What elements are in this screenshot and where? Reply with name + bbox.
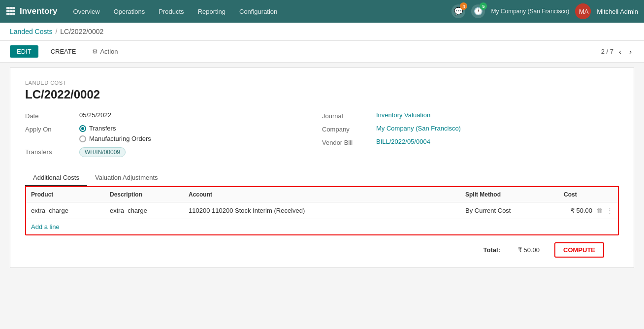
col-header-account: Account xyxy=(184,187,460,202)
pagination: 2 / 7 ‹ › xyxy=(601,46,634,57)
compute-button[interactable]: COMPUTE xyxy=(554,242,604,258)
breadcrumb-parent[interactable]: Landed Costs xyxy=(10,28,52,35)
nav-item-configuration[interactable]: Configuration xyxy=(232,0,284,23)
next-page-button[interactable]: › xyxy=(627,46,634,57)
top-navigation: Inventory Overview Operations Products R… xyxy=(0,0,644,23)
add-line-button[interactable]: Add a line xyxy=(26,219,618,234)
edit-button[interactable]: EDIT xyxy=(10,45,38,58)
manufacturing-radio-label: Manufacturing Orders xyxy=(89,135,151,142)
col-header-split-method: Split Method xyxy=(460,187,559,202)
vendor-bill-row: Vendor Bill BILL/2022/05/0004 xyxy=(322,138,619,146)
svg-rect-4 xyxy=(9,10,12,12)
transfers-chip[interactable]: WH/IN/00009 xyxy=(79,147,126,157)
col-header-product: Product xyxy=(26,187,105,202)
cell-cost: ₹ 50.00 🗑 ⋮ xyxy=(559,202,618,219)
transfers-label: Transfers xyxy=(25,147,79,156)
form-grid: Date 05/25/2022 Apply On Transfers Manuf… xyxy=(25,111,619,162)
delete-row-icon[interactable]: 🗑 xyxy=(596,207,603,214)
pagination-text: 2 / 7 xyxy=(601,48,613,55)
col-header-description: Description xyxy=(105,187,184,202)
form-right: Journal Inventory Valuation Company My C… xyxy=(322,111,619,162)
vendor-bill-label: Vendor Bill xyxy=(322,138,376,146)
gear-icon: ⚙ xyxy=(92,48,98,55)
total-label: Total: xyxy=(483,246,500,254)
cell-description: extra_charge xyxy=(105,202,184,219)
nav-item-reporting[interactable]: Reporting xyxy=(191,0,232,23)
manufacturing-radio[interactable]: Manufacturing Orders xyxy=(79,135,151,142)
tab-valuation-adjustments[interactable]: Valuation Adjustments xyxy=(87,170,166,186)
table-header-row: Product Description Account Split Method… xyxy=(26,187,618,202)
avatar[interactable]: MA xyxy=(575,3,591,19)
additional-costs-table: Product Description Account Split Method… xyxy=(26,187,618,219)
table-row: extra_charge extra_charge 110200 110200 … xyxy=(26,202,618,219)
svg-rect-2 xyxy=(12,7,15,9)
main-content: Landed Cost LC/2022/0002 Date 05/25/2022… xyxy=(0,67,644,329)
company-value[interactable]: My Company (San Francisco) xyxy=(376,125,461,132)
messages-count: 4 xyxy=(460,2,467,10)
svg-rect-3 xyxy=(6,10,9,12)
nav-menu: Overview Operations Products Reporting C… xyxy=(66,0,452,23)
breadcrumb: Landed Costs / LC/2022/0002 xyxy=(0,23,644,41)
apply-on-row: Apply On Transfers Manufacturing Orders xyxy=(25,125,322,142)
messages-badge[interactable]: 💬 4 xyxy=(451,4,465,18)
cell-account[interactable]: 110200 110200 Stock Interim (Received) xyxy=(184,202,460,219)
nav-item-overview[interactable]: Overview xyxy=(66,0,107,23)
username: Mitchell Admin xyxy=(597,8,638,15)
tab-additional-costs[interactable]: Additional Costs xyxy=(25,170,87,186)
company-row: Company My Company (San Francisco) xyxy=(322,125,619,133)
apply-on-options: Transfers Manufacturing Orders xyxy=(79,125,151,142)
transfers-radio-label: Transfers xyxy=(89,125,116,132)
form-card: Landed Cost LC/2022/0002 Date 05/25/2022… xyxy=(10,67,634,268)
journal-value[interactable]: Inventory Valuation xyxy=(376,111,430,119)
svg-text:MA: MA xyxy=(579,8,589,15)
cost-value: ₹ 50.00 xyxy=(571,207,592,214)
row-menu-icon[interactable]: ⋮ xyxy=(607,207,613,214)
action-button[interactable]: ⚙ Action xyxy=(88,45,122,58)
manufacturing-radio-dot xyxy=(79,135,86,142)
grid-icon[interactable] xyxy=(6,6,15,17)
record-id-title: LC/2022/0002 xyxy=(25,88,619,101)
svg-rect-5 xyxy=(12,10,15,12)
apply-on-label: Apply On xyxy=(25,125,79,133)
transfers-radio-dot xyxy=(79,125,86,132)
prev-page-button[interactable]: ‹ xyxy=(616,46,624,57)
date-row: Date 05/25/2022 xyxy=(25,111,322,120)
nav-brand[interactable]: Inventory xyxy=(20,6,58,16)
svg-rect-8 xyxy=(12,13,15,15)
total-value: ₹ 50.00 xyxy=(505,246,540,254)
nav-item-operations[interactable]: Operations xyxy=(107,0,152,23)
breadcrumb-separator: / xyxy=(55,28,57,35)
cell-product: extra_charge xyxy=(26,202,105,219)
create-button[interactable]: CREATE xyxy=(43,45,84,58)
journal-row: Journal Inventory Valuation xyxy=(322,111,619,120)
journal-label: Journal xyxy=(322,111,376,120)
transfers-row: Transfers WH/IN/00009 xyxy=(25,147,322,157)
nav-right: 💬 4 🕐 5 My Company (San Francisco) MA Mi… xyxy=(451,3,638,19)
activity-count: 5 xyxy=(480,2,487,10)
cell-split-method: By Current Cost xyxy=(460,202,559,219)
tabs-bar: Additional Costs Valuation Adjustments xyxy=(25,170,619,186)
total-line: Total: ₹ 50.00 xyxy=(483,246,540,254)
date-value: 05/25/2022 xyxy=(79,111,111,119)
date-label: Date xyxy=(25,111,79,120)
record-type-label: Landed Cost xyxy=(25,80,619,86)
svg-rect-6 xyxy=(6,13,9,15)
transfers-radio[interactable]: Transfers xyxy=(79,125,151,132)
action-label: Action xyxy=(100,48,118,55)
company-label: Company xyxy=(322,125,376,133)
nav-item-products[interactable]: Products xyxy=(152,0,191,23)
bottom-bar: Total: ₹ 50.00 COMPUTE xyxy=(25,235,619,258)
form-left: Date 05/25/2022 Apply On Transfers Manuf… xyxy=(25,111,322,162)
company-name[interactable]: My Company (San Francisco) xyxy=(491,8,569,15)
svg-rect-7 xyxy=(9,13,12,15)
vendor-bill-value[interactable]: BILL/2022/05/0004 xyxy=(376,138,430,145)
breadcrumb-current: LC/2022/0002 xyxy=(60,28,103,35)
additional-costs-table-wrap: Product Description Account Split Method… xyxy=(25,186,619,235)
svg-rect-1 xyxy=(9,7,12,9)
svg-rect-0 xyxy=(6,7,9,9)
activity-badge[interactable]: 🕐 5 xyxy=(471,4,485,18)
col-header-cost: Cost xyxy=(559,187,618,202)
toolbar: EDIT CREATE ⚙ Action 2 / 7 ‹ › xyxy=(0,41,644,63)
